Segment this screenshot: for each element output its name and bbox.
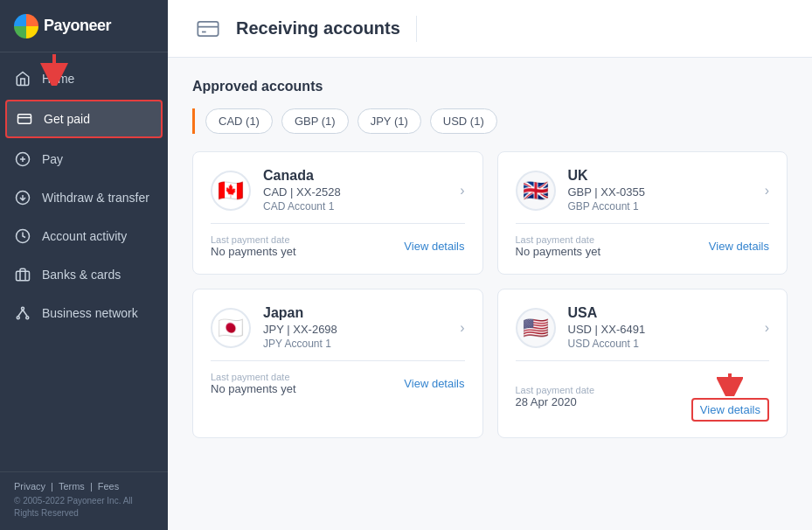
usa-view-details-container: View details xyxy=(691,372,769,422)
usa-divider xyxy=(516,360,770,361)
sidebar-item-home[interactable]: Home xyxy=(0,59,168,98)
page-title: Receiving accounts xyxy=(236,18,400,38)
withdraw-icon xyxy=(14,189,31,206)
fees-link[interactable]: Fees xyxy=(98,481,119,492)
canada-divider xyxy=(211,223,465,224)
japan-account-details: Japan JPY | XX-2698 JPY Account 1 xyxy=(263,305,337,350)
svg-rect-15 xyxy=(198,21,218,35)
canada-payment-info: Last payment date No payments yet xyxy=(211,234,296,258)
uk-account-name: GBP Account 1 xyxy=(568,200,645,213)
japan-chevron-icon: › xyxy=(460,320,464,336)
uk-divider xyxy=(516,223,770,224)
canada-view-details-button[interactable]: View details xyxy=(404,240,464,253)
sidebar-item-get-paid-label: Get paid xyxy=(44,111,90,127)
red-arrow-icon xyxy=(37,51,72,86)
currency-tabs: CAD (1) GBP (1) JPY (1) USD (1) xyxy=(192,108,788,134)
uk-payment-info: Last payment date No payments yet xyxy=(516,234,601,258)
sidebar-item-account-activity-label: Account activity xyxy=(42,228,127,244)
sidebar-item-banks-cards[interactable]: Banks & cards xyxy=(0,255,168,294)
currency-tab-jpy[interactable]: JPY (1) xyxy=(357,108,421,134)
get-paid-icon xyxy=(16,110,33,128)
japan-card-footer: Last payment date No payments yet View d… xyxy=(211,372,465,395)
sidebar-item-get-paid[interactable]: Get paid xyxy=(5,100,163,138)
sidebar-nav: Home Get paid Pay xyxy=(0,52,168,471)
usa-card-footer: Last payment date 28 Apr 2020 xyxy=(516,372,770,422)
japan-payment-value: No payments yet xyxy=(211,382,296,395)
sidebar-item-business-network-label: Business network xyxy=(42,305,138,321)
canada-payment-label: Last payment date xyxy=(211,234,296,245)
japan-view-details-button[interactable]: View details xyxy=(404,377,464,390)
usa-payment-value: 28 Apr 2020 xyxy=(516,395,595,408)
usa-chevron-icon: › xyxy=(765,320,769,336)
currency-tab-usd[interactable]: USD (1) xyxy=(430,108,497,134)
logo-icon xyxy=(14,14,38,38)
uk-view-details-button[interactable]: View details xyxy=(709,240,769,253)
page-header: Receiving accounts xyxy=(168,0,812,58)
japan-card-header: 🇯🇵 Japan JPY | XX-2698 JPY Account 1 › xyxy=(211,305,465,350)
usa-payment-label: Last payment date xyxy=(516,385,595,395)
japan-account-name: JPY Account 1 xyxy=(263,338,337,350)
canada-card-info: 🇨🇦 Canada CAD | XX-2528 CAD Account 1 xyxy=(211,168,341,213)
usa-view-details-button[interactable]: View details xyxy=(691,398,769,422)
svg-point-12 xyxy=(26,317,29,319)
svg-point-11 xyxy=(17,317,19,319)
japan-divider xyxy=(211,360,465,361)
japan-account-number: JPY | XX-2698 xyxy=(263,323,337,336)
canada-account-name: CAD Account 1 xyxy=(263,200,341,213)
canada-country: Canada xyxy=(263,168,341,184)
privacy-link[interactable]: Privacy xyxy=(14,481,45,492)
currency-tab-gbp[interactable]: GBP (1) xyxy=(281,108,349,134)
canada-account-number: CAD | XX-2528 xyxy=(263,185,341,199)
account-card-canada[interactable]: 🇨🇦 Canada CAD | XX-2528 CAD Account 1 › xyxy=(192,151,483,275)
sidebar-item-business-network[interactable]: Business network xyxy=(0,294,168,332)
sidebar-item-account-activity[interactable]: Account activity xyxy=(0,217,168,255)
logo-text: Payoneer xyxy=(44,17,111,35)
currency-tab-cad[interactable]: CAD (1) xyxy=(205,108,273,134)
pay-icon xyxy=(14,150,31,168)
footer-links: Privacy | Terms | Fees xyxy=(14,481,154,492)
japan-country: Japan xyxy=(263,305,337,321)
sidebar-item-withdraw[interactable]: Withdraw & transfer xyxy=(0,178,168,217)
account-card-uk[interactable]: 🇬🇧 UK GBP | XX-0355 GBP Account 1 › xyxy=(497,151,788,275)
activity-icon xyxy=(14,227,31,245)
uk-card-header: 🇬🇧 UK GBP | XX-0355 GBP Account 1 › xyxy=(516,168,770,213)
banks-icon xyxy=(14,266,31,283)
accounts-grid: 🇨🇦 Canada CAD | XX-2528 CAD Account 1 › xyxy=(192,151,788,438)
canada-payment-value: No payments yet xyxy=(211,245,296,258)
uk-account-number: GBP | XX-0355 xyxy=(568,185,645,199)
uk-card-footer: Last payment date No payments yet View d… xyxy=(516,234,770,258)
japan-card-info: 🇯🇵 Japan JPY | XX-2698 JPY Account 1 xyxy=(211,305,337,350)
canada-flag: 🇨🇦 xyxy=(211,171,251,211)
account-card-japan[interactable]: 🇯🇵 Japan JPY | XX-2698 JPY Account 1 › xyxy=(192,289,483,438)
network-icon xyxy=(14,304,31,322)
sidebar-item-withdraw-label: Withdraw & transfer xyxy=(42,190,149,206)
japan-payment-info: Last payment date No payments yet xyxy=(211,372,296,395)
sidebar-footer: Privacy | Terms | Fees © 2005-2022 Payon… xyxy=(0,471,168,530)
home-icon xyxy=(14,70,31,87)
uk-country: UK xyxy=(568,168,645,184)
canada-card-footer: Last payment date No payments yet View d… xyxy=(211,234,465,258)
uk-payment-label: Last payment date xyxy=(516,234,601,245)
uk-account-details: UK GBP | XX-0355 GBP Account 1 xyxy=(568,168,645,213)
usa-payment-info: Last payment date 28 Apr 2020 xyxy=(516,385,595,408)
receiving-accounts-icon xyxy=(192,13,224,45)
header-divider xyxy=(416,16,417,42)
japan-flag: 🇯🇵 xyxy=(211,308,251,348)
main-content: Receiving accounts Approved accounts CAD… xyxy=(168,0,812,530)
uk-chevron-icon: › xyxy=(765,183,769,199)
terms-link[interactable]: Terms xyxy=(59,481,85,492)
usa-red-arrow-icon xyxy=(717,372,743,396)
uk-flag: 🇬🇧 xyxy=(516,171,556,211)
copyright-text: © 2005-2022 Payoneer Inc. All Rights Res… xyxy=(14,495,154,520)
usa-card-info: 🇺🇸 USA USD | XX-6491 USD Account 1 xyxy=(516,305,646,350)
svg-point-10 xyxy=(22,307,24,310)
content-area: Approved accounts CAD (1) GBP (1) JPY (1… xyxy=(168,58,812,530)
account-card-usa[interactable]: 🇺🇸 USA USD | XX-6491 USD Account 1 › xyxy=(497,289,788,438)
usa-flag: 🇺🇸 xyxy=(516,308,556,348)
logo-area: Payoneer xyxy=(0,0,168,52)
usa-card-header: 🇺🇸 USA USD | XX-6491 USD Account 1 › xyxy=(516,305,770,350)
japan-payment-label: Last payment date xyxy=(211,372,296,382)
svg-rect-2 xyxy=(18,115,31,124)
usa-account-number: USD | XX-6491 xyxy=(568,323,646,336)
sidebar-item-pay[interactable]: Pay xyxy=(0,140,168,178)
